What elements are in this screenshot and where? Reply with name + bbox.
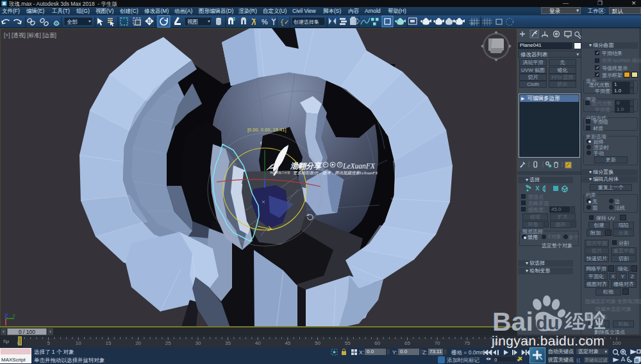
- svg-text:[0.00, 0.00, 15.41]: [0.00, 0.00, 15.41]: [247, 127, 286, 133]
- svg-text:创建选择集: 创建选择集: [293, 19, 319, 25]
- svg-text:LeXuanFX: LeXuanFX: [342, 162, 376, 170]
- svg-text:{✓: {✓: [280, 19, 289, 26]
- svg-text:y: y: [13, 313, 15, 318]
- svg-text:渤翺视角工作室: 渤翺视角工作室: [269, 170, 290, 175]
- svg-text:视图: 视图: [187, 19, 198, 25]
- svg-text:更多精彩教信，微博，腾讯视频搜索LeXuanFX: 更多精彩教信，微博，腾讯视频搜索LeXuanFX: [293, 170, 378, 176]
- svg-text:渤翺分享: 渤翺分享: [290, 161, 322, 170]
- svg-text:A: A: [470, 21, 474, 26]
- svg-text:3: 3: [233, 17, 235, 21]
- svg-text:%: %: [262, 18, 268, 26]
- svg-text:全部: 全部: [67, 19, 78, 25]
- svg-text:0: 0: [494, 357, 497, 363]
